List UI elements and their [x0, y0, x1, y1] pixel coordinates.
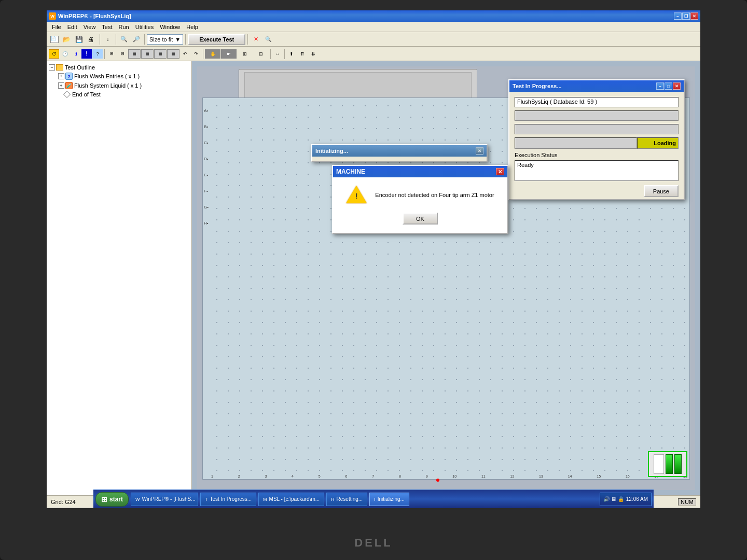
taskbar-msl-label: MSL - [c:\packard\m...: [269, 496, 320, 502]
close-button[interactable]: ✕: [690, 12, 698, 20]
monitor-bezel: W WinPREP® - [FlushSysLiq] − ❐ ✕ File Ed…: [0, 0, 747, 560]
sort-down-button[interactable]: ↓: [102, 34, 114, 45]
tool-block4[interactable]: ▦: [167, 49, 179, 59]
search-button[interactable]: 🔍: [118, 34, 130, 45]
tree-item-2[interactable]: + 🧪 Flush System Liquid ( x 1 ): [49, 81, 189, 90]
tool-arrow3[interactable]: ⇈: [297, 49, 308, 59]
tree-item-3[interactable]: End of Test: [49, 90, 189, 99]
menu-file[interactable]: File: [49, 23, 64, 31]
tool-hand2[interactable]: ☛: [221, 49, 237, 59]
pause-button[interactable]: Pause: [644, 185, 679, 197]
tool-hand4[interactable]: ⊟: [253, 49, 269, 59]
taskbar-winprep[interactable]: W WinPREP® - [FlushS...: [131, 493, 198, 506]
taskbar-initializing[interactable]: I Initializing...: [369, 493, 409, 506]
tool-grid2[interactable]: ⊟: [117, 49, 128, 59]
block4-icon: ▦: [172, 52, 175, 56]
tree-item-2-label: Flush System Liquid ( x 1 ): [74, 82, 142, 89]
initializing-title: Initializing...: [315, 148, 348, 154]
ready-text: Ready: [517, 162, 534, 168]
tool-timer[interactable]: ⏱: [49, 49, 59, 59]
tool-clock[interactable]: 🕐: [60, 49, 70, 59]
machine-close[interactable]: ✕: [496, 168, 504, 175]
tool-block2[interactable]: ▦: [141, 49, 154, 59]
init-controls: ✕: [476, 147, 483, 155]
start-label: start: [109, 496, 123, 503]
test-progress-close[interactable]: ✕: [673, 82, 681, 90]
col-3: 3: [265, 474, 267, 478]
tool-info[interactable]: ℹ: [71, 49, 81, 59]
tool-help-btn[interactable]: ?: [92, 49, 103, 59]
menu-utilities[interactable]: Utilities: [132, 23, 157, 31]
ok-button[interactable]: OK: [403, 213, 438, 225]
menubar: File Edit View Test Run Utilities Window…: [47, 22, 700, 32]
menu-help[interactable]: Help: [183, 23, 201, 31]
needle-icon: ⬆: [289, 51, 294, 57]
zoom-dropdown[interactable]: Size to fit ▼: [147, 34, 183, 45]
maximize-button[interactable]: ❐: [682, 12, 690, 20]
window-controls: − ❐ ✕: [674, 12, 698, 20]
tree-root-expand[interactable]: −: [49, 64, 55, 71]
tool-needle[interactable]: ⬆: [286, 49, 297, 59]
zoom-in-button[interactable]: 🔍: [262, 34, 274, 45]
menu-edit[interactable]: Edit: [64, 23, 80, 31]
tool-grid1[interactable]: ⊞: [106, 49, 117, 59]
open-button[interactable]: 📂: [61, 34, 73, 45]
screen: W WinPREP® - [FlushSysLiq] − ❐ ✕ File Ed…: [47, 10, 700, 508]
tool-block3[interactable]: ▦: [154, 49, 167, 59]
tree-item-1[interactable]: + ? Flush Wash Entries ( x 1 ): [49, 72, 189, 81]
tool-block1[interactable]: ▦: [128, 49, 141, 59]
icon-x-button[interactable]: ✕: [250, 34, 261, 45]
test-progress-min[interactable]: −: [656, 82, 664, 90]
zoom-arrow: ▼: [175, 36, 181, 43]
col-13: 13: [539, 474, 543, 478]
col-9: 9: [426, 474, 428, 478]
toolbar-sep-5: [247, 34, 248, 45]
taskbar-resetting[interactable]: R Resetting...: [326, 493, 367, 506]
progress-empty-bar-2: [515, 124, 679, 134]
new-button[interactable]: 📄: [49, 34, 60, 45]
green-bar-1: [666, 454, 673, 474]
toolbar-1: 📄 📂 💾 🖨 ↓ 🔍 🔎 Size to fit ▼ Execute Test…: [47, 32, 700, 47]
taskbar-msl[interactable]: M MSL - [c:\packard\m...: [258, 493, 324, 506]
test-progress-max[interactable]: □: [665, 82, 672, 90]
menu-view[interactable]: View: [80, 23, 99, 31]
test-progress-body: FlushSysLiq ( Database Id: 59 ) Loading …: [509, 92, 684, 190]
tree-root[interactable]: − Test Outline: [49, 63, 189, 72]
search2-button[interactable]: 🔎: [131, 34, 142, 45]
clock: 12:06 AM: [626, 496, 648, 502]
tree-item-1-expand[interactable]: +: [58, 73, 64, 79]
save-button[interactable]: 💾: [74, 34, 85, 45]
col-10: 10: [452, 474, 457, 478]
menu-test[interactable]: Test: [99, 23, 115, 31]
col-4: 4: [292, 474, 294, 478]
timer-icon: ⏱: [52, 51, 57, 57]
tool-width[interactable]: ↔: [272, 49, 283, 59]
row-e: E•: [204, 173, 209, 177]
instrument-visual: [648, 451, 687, 477]
menu-window[interactable]: Window: [157, 23, 183, 31]
start-button[interactable]: ⊞ start: [95, 492, 129, 507]
tree-item-2-expand[interactable]: +: [58, 82, 64, 89]
tool-hand3[interactable]: ⊞: [237, 49, 253, 59]
minimize-button[interactable]: −: [674, 12, 682, 20]
tool-arrow2[interactable]: ↷: [191, 49, 201, 59]
new-icon: 📄: [50, 36, 59, 43]
toolbar2-sep-2: [203, 49, 203, 59]
tool-hand1[interactable]: ✋: [205, 49, 220, 59]
taskbar-testprogress[interactable]: T Test In Progress...: [200, 493, 256, 506]
row-g: G•: [204, 205, 209, 209]
canvas-area: A• B• C• D• E• F• G• H•: [192, 61, 700, 495]
menu-run[interactable]: Run: [116, 23, 132, 31]
arrow3-icon: ⇈: [300, 51, 305, 57]
tool-bold-btn[interactable]: !: [81, 49, 92, 59]
init-close[interactable]: ✕: [476, 147, 483, 155]
tool-arrow4[interactable]: ⇊: [308, 49, 319, 59]
tool-arrow1[interactable]: ↶: [180, 49, 190, 59]
execute-test-button[interactable]: Execute Test: [188, 34, 245, 45]
print-button[interactable]: 🖨: [86, 34, 98, 45]
machine-error-message: Encoder not detected on Four tip arm Z1 …: [375, 192, 494, 198]
exclamation-icon: !: [355, 192, 358, 200]
execution-status-field: Ready: [515, 160, 679, 181]
system-tray: 🔊 🖥 🔒 12:06 AM: [600, 493, 652, 506]
col-5: 5: [319, 474, 321, 478]
